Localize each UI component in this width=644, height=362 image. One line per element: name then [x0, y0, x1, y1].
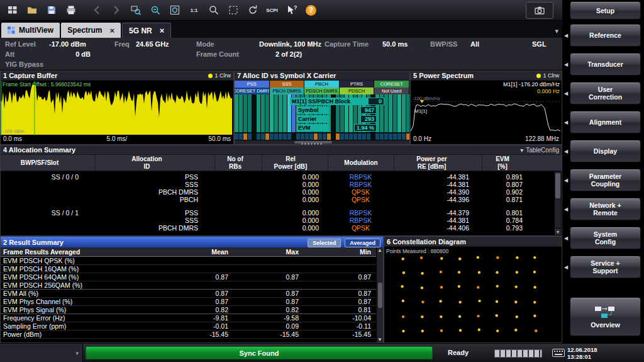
- zoom-window-icon[interactable]: [165, 2, 184, 18]
- table-config-button[interactable]: ▾ TableConfig: [520, 147, 559, 154]
- att-value[interactable]: 0 dB: [49, 50, 91, 58]
- averaged-toggle[interactable]: Averaged: [345, 239, 380, 247]
- result-row[interactable]: Sampling Error (ppm)-0.010.09-0.11: [1, 322, 377, 331]
- result-row[interactable]: EVM Phys Channel (%)0.870.870.87: [1, 298, 377, 306]
- freq-value[interactable]: 24.65 GHz: [136, 40, 169, 48]
- result-summary-header[interactable]: 2 Result Summary Selected Averaged: [1, 237, 383, 247]
- alloc-id-panel[interactable]: 7 Alloc ID vs Symbol X Carrier PSSSSSPBC…: [234, 71, 410, 145]
- scroll-up-icon[interactable]: ▲: [377, 247, 382, 253]
- datetime-display[interactable]: 12.06.2018 13:28:01: [567, 346, 597, 360]
- result-row[interactable]: EVM All (%)0.870.870.87: [1, 290, 377, 298]
- capture-buffer-panel[interactable]: 1 Capture Buffer 1 Clrw Frame Start Offs…: [0, 71, 234, 145]
- tab-5g-nr[interactable]: 5G NR ×: [122, 23, 171, 38]
- result-row[interactable]: EVM PDSCH 64QAM (%)0.870.870.87: [1, 273, 377, 281]
- refresh-icon[interactable]: [243, 2, 262, 18]
- allocation-row[interactable]: SSS0.000RBPSK-44.3810.807: [1, 181, 562, 188]
- windows-icon[interactable]: [3, 2, 22, 18]
- result-row[interactable]: Frequency Error (Hz)-9.81-9.58-10.04: [1, 314, 377, 322]
- frame-count-value[interactable]: 2 of 2(2): [275, 50, 302, 58]
- cell: QPSK: [328, 188, 394, 196]
- column-header: RelPower [dB]: [262, 155, 328, 171]
- tab-list-dropdown-icon[interactable]: ▾: [555, 27, 558, 35]
- column-header: BWP/SF/Slot: [1, 155, 95, 171]
- result-row[interactable]: EVM Phys Signal (%)0.820.820.81: [1, 306, 377, 314]
- softkey-user-correction[interactable]: UserCorrection: [570, 82, 641, 105]
- power-spectrum-graph[interactable]: M1[1] -176.20 dBm/Hz 0.000 Hz -100 dBm/H…: [411, 81, 562, 135]
- panel-title: 2 Result Summary: [3, 239, 64, 246]
- softkey-parameter-coupling[interactable]: ParameterCoupling: [570, 169, 641, 191]
- softkey-list: ◀Reference◀Transducer◀UserCorrection◀Ali…: [562, 24, 644, 285]
- alloc-id-graph[interactable]: M1[1] SS/PBCH Block 0 Symbol 947 Carrier…: [235, 94, 409, 141]
- constellation-graph[interactable]: Points Measured : 880800: [384, 247, 562, 342]
- status-dropdown[interactable]: ▾: [0, 344, 83, 362]
- ref-level-value[interactable]: -17.00 dBm: [49, 40, 86, 48]
- softkey-transducer[interactable]: Transducer: [570, 53, 641, 76]
- zoom-area-icon[interactable]: [126, 2, 145, 18]
- result-row[interactable]: Power (dBm)-15.45-15.45-15.45: [1, 331, 377, 339]
- zoom-one-to-one-icon[interactable]: 1:1: [184, 2, 204, 18]
- constellation-header[interactable]: 6 Constellation Diagram: [384, 237, 562, 247]
- softkey-network-remote[interactable]: Network +Remote: [570, 198, 641, 220]
- constellation-panel[interactable]: 6 Constellation Diagram Points Measured …: [384, 236, 562, 343]
- close-icon[interactable]: ×: [156, 26, 165, 35]
- zoom-out-icon[interactable]: [145, 2, 165, 18]
- open-folder-icon[interactable]: [22, 2, 42, 18]
- result-row[interactable]: EVM PDSCH 16QAM (%): [1, 265, 377, 273]
- vertical-scrollbar[interactable]: [555, 172, 561, 228]
- print-icon[interactable]: [61, 2, 80, 18]
- scroll-down-icon[interactable]: ▾: [555, 229, 561, 235]
- keyboard-icon[interactable]: [552, 349, 565, 357]
- freq-label: Freq: [114, 40, 130, 48]
- allocation-summary-header[interactable]: 4 Allocation Summary ▾ TableConfig: [1, 145, 562, 155]
- softkey-reference[interactable]: Reference: [570, 24, 641, 47]
- search-icon[interactable]: [204, 2, 223, 18]
- context-help-icon[interactable]: ?: [282, 2, 301, 18]
- select-frame-icon[interactable]: [223, 2, 243, 18]
- save-icon[interactable]: [42, 2, 61, 18]
- allocation-row[interactable]: PBCH0.000QPSK-44.3960.871: [1, 196, 562, 203]
- vertical-scrollbar[interactable]: ▲ ▼: [376, 247, 383, 342]
- allocation-row[interactable]: PBCH DMRS0.000QPSK-44.4060.793: [1, 224, 562, 232]
- allocation-row[interactable]: SS / 0 / 1PSS0.000RBPSK-44.3790.801: [1, 209, 562, 217]
- close-icon[interactable]: ×: [106, 26, 114, 35]
- horizontal-scrollbar[interactable]: [235, 140, 409, 144]
- result-summary-panel[interactable]: 2 Result Summary Selected Averaged Frame…: [0, 236, 384, 343]
- softkey-alignment[interactable]: Alignment: [570, 111, 641, 133]
- softkey-system-config[interactable]: SystemConfig: [570, 227, 641, 249]
- selected-toggle[interactable]: Selected: [308, 239, 341, 247]
- capture-buffer-graph[interactable]: Frame Start Offset : 5.966023542 ms -100…: [1, 81, 233, 135]
- scpi-recorder-icon[interactable]: SCPI: [262, 2, 282, 18]
- capture-time-value[interactable]: 50.0 ms: [382, 40, 408, 48]
- capture-buffer-header[interactable]: 1 Capture Buffer 1 Clrw: [1, 71, 233, 81]
- mode-value[interactable]: Downlink, 100 MHz: [259, 40, 321, 48]
- frame-count-label: Frame Count: [196, 50, 239, 58]
- legend-not-used: Not Used: [374, 88, 409, 94]
- cell: [1, 181, 95, 188]
- column-header: No ofRBs: [214, 155, 262, 171]
- alloc-id-header[interactable]: 7 Alloc ID vs Symbol X Carrier: [235, 71, 409, 81]
- softkey-display[interactable]: Display: [570, 140, 641, 162]
- result-row[interactable]: EVM PDSCH QPSK (%): [1, 257, 377, 265]
- power-spectrum-panel[interactable]: 5 Power Spectrum 1 Clrw M1[1] -176.20 dB…: [410, 71, 562, 145]
- allocation-row[interactable]: SS / 0 / 0PSS0.000RBPSK-44.3810.891: [1, 173, 562, 181]
- softkey-overview[interactable]: Overview: [570, 297, 641, 336]
- softkey-setup[interactable]: Setup: [570, 1, 641, 20]
- allocation-summary-panel[interactable]: 4 Allocation Summary ▾ TableConfig BWP/S…: [0, 145, 562, 236]
- result-label: EVM PDSCH QPSK (%): [1, 257, 162, 264]
- allocation-row[interactable]: SSS0.000RBPSK-44.3810.784: [1, 217, 562, 224]
- scrollbar-thumb[interactable]: [555, 173, 560, 198]
- scpi-recorder-icon-label: SCPI: [266, 8, 278, 13]
- tab-spectrum[interactable]: Spectrum ×: [61, 23, 121, 38]
- channel-settings-bar[interactable]: Ref Level -17.00 dBm Freq 24.65 GHz Mode…: [0, 38, 562, 71]
- allocation-row[interactable]: PBCH DMRS0.000QPSK-44.3900.902: [1, 188, 562, 196]
- help-icon[interactable]: ?: [301, 2, 321, 18]
- carrier-label: Carrier: [296, 115, 329, 123]
- bwp-value[interactable]: All: [470, 40, 479, 48]
- tab-multiview[interactable]: MultiView: [1, 23, 60, 38]
- softkey-service-support[interactable]: Service +Support: [570, 256, 641, 278]
- camera-icon[interactable]: [526, 2, 553, 19]
- scrollbar-thumb[interactable]: [378, 283, 382, 308]
- scroll-down-icon[interactable]: ▼: [377, 337, 382, 342]
- power-spectrum-header[interactable]: 5 Power Spectrum 1 Clrw: [411, 71, 562, 81]
- result-row[interactable]: EVM PDSCH 256QAM (%): [1, 281, 377, 290]
